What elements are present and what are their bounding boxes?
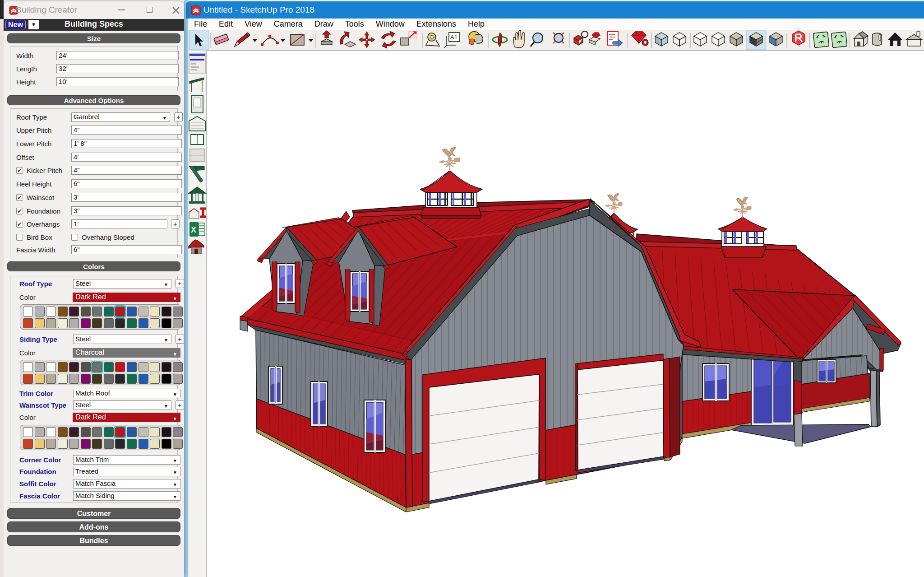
svg-text:A1: A1 [450,34,457,41]
svg-text:X: X [191,225,196,234]
